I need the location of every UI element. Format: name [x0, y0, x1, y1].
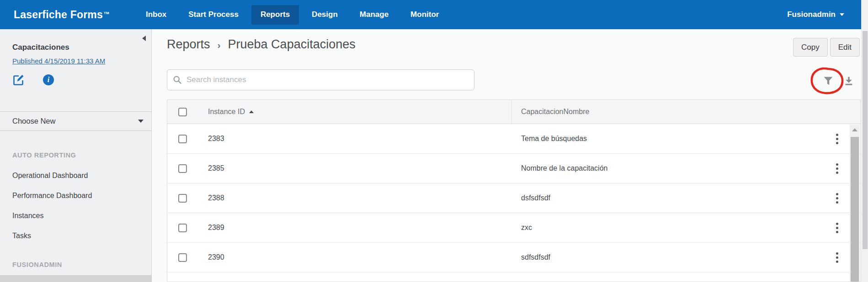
table-row[interactable]: 2385 Nombre de la capacitación: [167, 154, 860, 183]
instance-id-cell: 2389: [197, 213, 512, 242]
row-menu-kebab-icon[interactable]: [833, 250, 841, 266]
sidebar-horizontal-scrollbar[interactable]: [0, 275, 151, 282]
breadcrumb: Reports › Prueba Capacitaciones: [167, 37, 356, 52]
capacitacion-nombre-value: Tema de búsquedas: [521, 135, 587, 143]
page-vertical-scrollbar[interactable]: [861, 0, 868, 282]
search-input[interactable]: [186, 75, 469, 84]
sidebar-report-item[interactable]: Performance Dashboard: [0, 186, 151, 206]
search-icon: [173, 75, 182, 84]
instance-id-value: 2385: [208, 164, 224, 172]
breadcrumb-separator-icon: ›: [218, 40, 221, 51]
process-action-icons: i: [12, 73, 140, 86]
sort-ascending-icon: [249, 110, 254, 113]
capacitacion-nombre-cell: Nombre de la capacitación: [512, 154, 824, 183]
capacitacion-nombre-cell: zxc: [512, 213, 824, 242]
row-checkbox-cell: [167, 154, 197, 183]
table-row[interactable]: 2390 sdfsdfsdf: [167, 243, 860, 272]
nav-menu: Inbox Start Process Reports Design Manag…: [135, 0, 450, 29]
row-menu-kebab-icon[interactable]: [833, 190, 841, 206]
row-checkbox-cell: [167, 183, 197, 213]
partial-table-row: [167, 272, 860, 281]
capacitacion-nombre-cell: sdfsdfsdf: [512, 243, 824, 272]
row-menu-kebab-icon[interactable]: [833, 220, 841, 236]
row-actions-cell: [824, 183, 850, 213]
sidebar: Capacitaciones Published 4/15/2019 11:33…: [0, 29, 152, 282]
row-checkbox[interactable]: [178, 135, 187, 143]
instance-id-value: 2389: [208, 224, 224, 232]
nav-item[interactable]: Monitor: [401, 5, 448, 25]
capacitacion-nombre-cell: Tema de búsquedas: [512, 124, 824, 153]
capacitacion-nombre-cell: dsfsdfsdf: [512, 183, 824, 213]
section-title-fusionadmin: FUSIONADMIN: [12, 261, 62, 268]
select-all-cell: [167, 100, 197, 124]
nav-item-label: Reports: [261, 10, 290, 19]
capacitacion-nombre-value: dsfsdfsdf: [521, 194, 550, 202]
row-menu-kebab-icon[interactable]: [833, 131, 841, 147]
instances-table: Instance ID CapacitacionNombre 2383 Tem: [167, 99, 861, 282]
row-actions-cell: [824, 243, 850, 272]
table-vertical-scrollbar[interactable]: [850, 125, 860, 282]
app-logo[interactable]: Laserfiche FormsTM: [14, 9, 109, 21]
nav-item-label: Start Process: [188, 10, 239, 19]
scroll-up-arrow-icon[interactable]: [852, 128, 857, 131]
main-content: Reports › Prueba Capacitaciones Copy Edi…: [152, 29, 861, 282]
chevron-down-icon: [138, 120, 144, 123]
section-title-auto-reporting: AUTO REPORTING: [12, 151, 76, 159]
row-checkbox[interactable]: [178, 224, 187, 232]
choose-new-dropdown[interactable]: Choose New: [0, 111, 151, 131]
header-actions: Copy Edit: [793, 38, 860, 57]
info-icon[interactable]: i: [43, 74, 54, 85]
capacitacion-nombre-value: sdfsdfsdf: [521, 253, 550, 261]
sidebar-report-item[interactable]: Operational Dashboard: [0, 166, 151, 186]
table-header-row: Instance ID CapacitacionNombre: [167, 100, 860, 124]
table-row[interactable]: 2383 Tema de búsquedas: [167, 124, 860, 154]
column-label: CapacitacionNombre: [521, 108, 589, 116]
column-header-capacitacion-nombre[interactable]: CapacitacionNombre: [512, 100, 860, 124]
search-instances-box[interactable]: [167, 69, 474, 90]
row-actions-cell: [824, 154, 850, 183]
user-name: Fusionadmin: [787, 10, 836, 19]
sidebar-report-item[interactable]: Tasks: [0, 226, 151, 246]
published-date-link[interactable]: Published 4/15/2019 11:33 AM: [12, 57, 105, 65]
trademark-symbol: TM: [104, 11, 109, 15]
edit-button[interactable]: Edit: [830, 38, 860, 57]
row-actions-cell: [824, 213, 850, 242]
filter-icon[interactable]: [823, 76, 833, 86]
breadcrumb-current-page: Prueba Capacitaciones: [228, 37, 356, 52]
copy-button[interactable]: Copy: [793, 38, 828, 57]
nav-item-label: Design: [312, 10, 338, 19]
filter-area: [809, 67, 846, 96]
row-checkbox[interactable]: [178, 164, 187, 173]
table-row[interactable]: 2388 dsfsdfsdf: [167, 183, 860, 213]
user-account-menu[interactable]: Fusionadmin: [787, 10, 844, 19]
instance-id-cell: 2383: [197, 124, 512, 153]
download-icon[interactable]: [844, 76, 854, 86]
instance-id-cell: 2390: [197, 243, 512, 272]
brand-text: Laserfiche Forms: [14, 9, 103, 21]
row-menu-kebab-icon[interactable]: [833, 161, 841, 177]
edit-pencil-icon[interactable]: [12, 73, 25, 86]
collapse-sidebar-icon[interactable]: [142, 36, 146, 41]
nav-item[interactable]: Reports: [251, 5, 299, 25]
table-row[interactable]: 2389 zxc: [167, 213, 860, 243]
chevron-down-icon: [840, 13, 844, 16]
column-header-instance-id[interactable]: Instance ID: [197, 100, 512, 124]
instance-id-cell: 2388: [197, 183, 512, 213]
sidebar-report-item[interactable]: Instances: [0, 206, 151, 226]
instance-id-value: 2388: [208, 194, 224, 202]
row-checkbox[interactable]: [178, 253, 187, 262]
table-scrollbar-thumb[interactable]: [851, 137, 859, 282]
page-scrollbar-thumb[interactable]: [863, 31, 868, 249]
instance-id-value: 2390: [208, 253, 224, 261]
nav-item[interactable]: Inbox: [137, 5, 176, 25]
nav-item[interactable]: Design: [303, 5, 347, 25]
nav-item[interactable]: Manage: [351, 5, 398, 25]
select-all-checkbox[interactable]: [178, 108, 187, 116]
row-checkbox[interactable]: [178, 194, 187, 203]
nav-item[interactable]: Start Process: [179, 5, 248, 25]
process-summary: Capacitaciones Published 4/15/2019 11:33…: [0, 29, 151, 86]
nav-item-label: Inbox: [146, 10, 166, 19]
breadcrumb-reports-link[interactable]: Reports: [167, 37, 210, 52]
instance-id-cell: 2385: [197, 154, 512, 183]
report-nav-list: Operational Dashboard Performance Dashbo…: [0, 166, 151, 246]
